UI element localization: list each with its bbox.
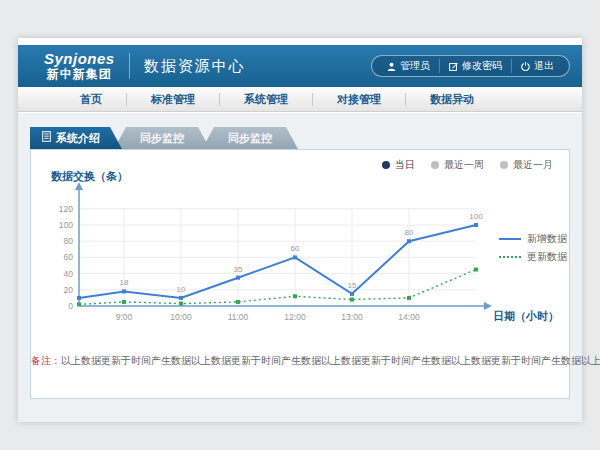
tab-label: 系统介绍 bbox=[56, 127, 100, 149]
svg-text:10: 10 bbox=[177, 285, 186, 294]
legend-label: 新增数据 bbox=[527, 232, 567, 246]
chart-legend: 新增数据 更新数据 bbox=[499, 230, 567, 266]
nav-item-system-mgmt[interactable]: 系统管理 bbox=[220, 92, 312, 107]
svg-text:13:00: 13:00 bbox=[341, 312, 363, 322]
svg-text:14:00: 14:00 bbox=[398, 312, 420, 322]
tab-label: 同步监控 bbox=[140, 127, 184, 149]
edit-icon bbox=[449, 62, 458, 71]
svg-text:9:00: 9:00 bbox=[116, 312, 133, 322]
svg-text:日期（小时）: 日期（小时） bbox=[493, 310, 559, 323]
legend-label: 更新数据 bbox=[527, 250, 567, 264]
nav-item-data-change[interactable]: 数据异动 bbox=[406, 92, 498, 107]
change-password-label: 修改密码 bbox=[462, 59, 502, 73]
svg-text:60: 60 bbox=[291, 244, 300, 253]
tab-sync-monitor-1[interactable]: 同步监控 bbox=[114, 127, 210, 149]
svg-text:0: 0 bbox=[68, 301, 73, 311]
footnote: 备注：以上数据更新于时间产生数据以上数据更新于时间产生数据以上数据更新于时间产生… bbox=[31, 354, 569, 368]
svg-text:100: 100 bbox=[469, 212, 483, 221]
svg-text:80: 80 bbox=[405, 228, 414, 237]
legend-line-dotted-icon bbox=[499, 256, 521, 258]
nav-item-home[interactable]: 首页 bbox=[56, 92, 126, 107]
logout-button[interactable]: 退出 bbox=[511, 59, 563, 73]
footnote-label: 备注： bbox=[31, 355, 61, 366]
svg-text:40: 40 bbox=[64, 269, 74, 279]
current-user-button[interactable]: 管理员 bbox=[378, 59, 439, 73]
svg-text:35: 35 bbox=[234, 265, 243, 274]
tab-bar: 系统介绍 同步监控 同步监控 bbox=[30, 127, 298, 149]
svg-text:18: 18 bbox=[120, 278, 129, 287]
change-password-button[interactable]: 修改密码 bbox=[439, 59, 511, 73]
main-nav: 首页 标准管理 系统管理 对接管理 数据异动 bbox=[18, 87, 582, 112]
svg-text:数据交换（条）: 数据交换（条） bbox=[50, 170, 128, 183]
tab-sync-monitor-2[interactable]: 同步监控 bbox=[202, 127, 298, 149]
document-icon bbox=[42, 127, 51, 149]
tab-system-intro[interactable]: 系统介绍 bbox=[30, 127, 122, 149]
footnote-text: 以上数据更新于时间产生数据以上数据更新于时间产生数据以上数据更新于时间产生数据以… bbox=[61, 355, 600, 366]
tab-label: 同步监控 bbox=[228, 127, 272, 149]
power-icon bbox=[521, 62, 530, 71]
user-icon bbox=[387, 62, 396, 71]
logo-company: 新中新集团 bbox=[44, 68, 115, 82]
logout-label: 退出 bbox=[534, 59, 554, 73]
header-divider bbox=[129, 53, 130, 79]
line-chart: 0204060801001209:0010:0011:0012:0013:001… bbox=[31, 150, 571, 335]
chart-panel: 当日 最近一周 最近一月 0204060801001209:0010:0011:… bbox=[30, 149, 570, 399]
svg-text:11:00: 11:00 bbox=[228, 312, 249, 322]
legend-item-update-data[interactable]: 更新数据 bbox=[499, 248, 567, 266]
svg-text:80: 80 bbox=[64, 236, 74, 246]
nav-item-integration-mgmt[interactable]: 对接管理 bbox=[313, 92, 405, 107]
svg-text:20: 20 bbox=[64, 285, 74, 295]
logo-wordmark: Synjones bbox=[44, 50, 115, 67]
svg-text:60: 60 bbox=[64, 252, 74, 262]
app-root: { "window": { "logo_line1": "Synjones", … bbox=[0, 0, 600, 450]
user-toolbar: 管理员 修改密码 退出 bbox=[371, 55, 570, 77]
nav-item-standard-mgmt[interactable]: 标准管理 bbox=[127, 92, 219, 107]
svg-text:15: 15 bbox=[348, 281, 357, 290]
legend-item-new-data[interactable]: 新增数据 bbox=[499, 230, 567, 248]
svg-text:120: 120 bbox=[59, 204, 73, 214]
current-user-label: 管理员 bbox=[400, 59, 430, 73]
legend-line-solid-icon bbox=[499, 238, 521, 240]
logo: Synjones 新中新集团 bbox=[44, 50, 115, 81]
header: Synjones 新中新集团 数据资源中心 管理员 修改密码 bbox=[18, 45, 582, 87]
svg-text:100: 100 bbox=[59, 220, 73, 230]
svg-text:10:00: 10:00 bbox=[170, 312, 192, 322]
page-title: 数据资源中心 bbox=[144, 57, 246, 76]
content-area: 系统介绍 同步监控 同步监控 当日 最近一周 bbox=[18, 113, 582, 422]
svg-text:12:00: 12:00 bbox=[284, 312, 306, 322]
page: Synjones 新中新集团 数据资源中心 管理员 修改密码 bbox=[18, 38, 582, 422]
